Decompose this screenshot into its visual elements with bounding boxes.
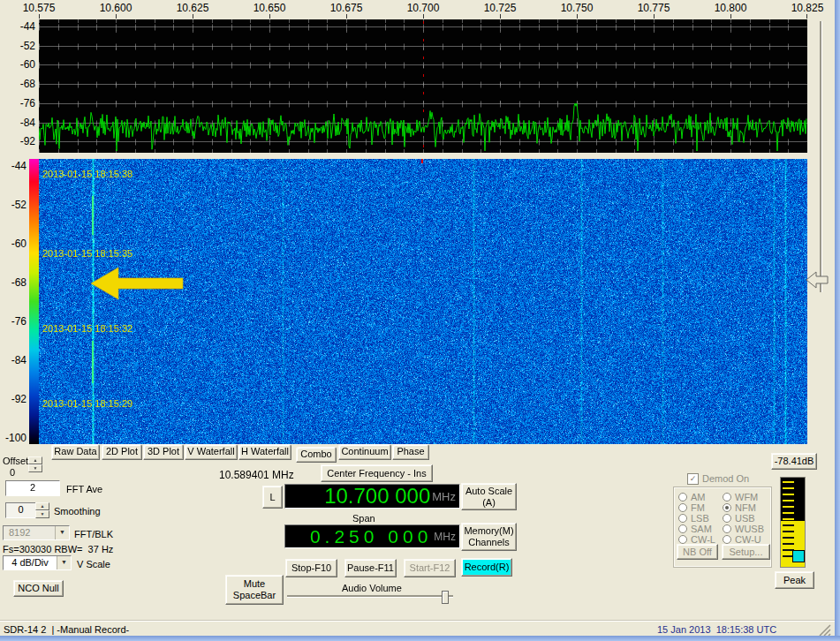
mode-radio-nfm[interactable]: NFM [723, 502, 756, 512]
radio-icon [723, 514, 731, 523]
setup-button[interactable]: Setup... [722, 544, 770, 560]
spin-up-icon[interactable]: ▲ [35, 502, 49, 510]
spectrum-db-label: -52 [2, 40, 35, 52]
mute-button[interactable]: Mute SpaceBar [225, 575, 284, 605]
offset-label: Offset [3, 456, 28, 466]
spectrum-db-label: -44 [2, 20, 35, 33]
span-unit: MHz [434, 531, 456, 543]
mode-radio-cwl[interactable]: CW-L [678, 534, 715, 544]
spin-down-icon[interactable]: ▼ [28, 464, 42, 472]
radio-icon [678, 514, 687, 523]
freq-tick-label: 10.800 [704, 2, 757, 14]
freq-tick-label: 10.825 [781, 2, 834, 14]
spectrum-db-label: -68 [2, 78, 35, 90]
spectravue-window: 10.575 10.600 10.625 10.650 10.675 10.70… [0, 0, 840, 641]
tab-2d-plot[interactable]: 2D Plot [102, 444, 142, 460]
spectrum-plot[interactable] [39, 19, 807, 153]
mode-radio-wusb[interactable]: WUSB [723, 524, 764, 533]
frequency-unit: MHz [432, 490, 456, 503]
tab-raw-data[interactable]: Raw Data [51, 444, 100, 460]
waterfall-db-label: -68 [0, 276, 26, 289]
start-button[interactable]: Start-F12 [404, 559, 456, 577]
radio-icon [723, 493, 731, 501]
window-border-bottom [0, 636, 840, 641]
center-frequency-button[interactable]: Center Frequency - Ins [321, 464, 433, 482]
tab-phase[interactable]: Phase [392, 444, 429, 460]
nco-null-button[interactable]: NCO Null [13, 580, 64, 597]
mode-radio-am[interactable]: AM [678, 492, 706, 501]
chevron-down-icon[interactable]: ▼ [55, 526, 69, 539]
fft-ave-input[interactable]: 2 [5, 480, 60, 496]
chevron-down-icon[interactable]: ▼ [57, 556, 71, 569]
tab-v-waterfall[interactable]: V Waterfall [185, 444, 238, 460]
waterfall-contrast-slider-track[interactable] [820, 21, 822, 292]
signal-level-readout: -78.41dB [771, 453, 817, 470]
tab-3d-plot[interactable]: 3D Plot [143, 444, 184, 460]
memory-channels-button[interactable]: Memory(M) Channels [461, 523, 517, 551]
tab-combo-active[interactable]: Combo [296, 447, 337, 463]
waterfall-timestamp: 2013-01-15 18:15:32 [42, 323, 132, 334]
demod-on-checkbox[interactable]: ✓ [687, 473, 699, 485]
status-bar: SDR-14 2 | -Manual Record- 15 Jan 2013 1… [0, 620, 840, 637]
spin-up-icon[interactable]: ▲ [28, 456, 42, 464]
spin-down-icon[interactable]: ▼ [35, 510, 49, 518]
radio-icon [723, 524, 731, 533]
waterfall-timestamp: 2013-01-15 18:15:29 [42, 398, 132, 409]
span-display[interactable]: 0.250 000 MHz [284, 524, 460, 548]
waterfall-db-label: -92 [0, 393, 26, 405]
mode-radio-usb[interactable]: USB [723, 513, 755, 523]
radio-icon [678, 493, 687, 501]
demod-on-label: Demod On [702, 473, 749, 484]
mode-radio-cwu[interactable]: CW-U [723, 534, 761, 544]
radio-icon [678, 535, 687, 544]
tab-h-waterfall[interactable]: H Waterfall [238, 444, 291, 460]
peak-button[interactable]: Peak [775, 571, 814, 589]
audio-volume-label: Audio Volume [342, 583, 402, 593]
status-device-text: SDR-14 2 | -Manual Record- [4, 624, 129, 635]
freq-tick-label: 10.575 [12, 2, 65, 14]
slider-arrow-handle[interactable] [804, 269, 830, 290]
annotation-arrow-icon [84, 263, 186, 304]
pause-button[interactable]: Pause-F11 [344, 559, 397, 577]
lock-button[interactable]: L [262, 486, 283, 509]
window-border-right [835, 0, 840, 641]
meter-ticks [783, 481, 794, 521]
waterfall-timestamp: 2013-01-15 18:15:38 [42, 169, 132, 179]
audio-volume-slider-track[interactable] [287, 595, 453, 598]
mode-label: FM [691, 502, 705, 513]
radio-icon [723, 535, 731, 544]
mode-radio-wfm[interactable]: WFM [723, 492, 758, 501]
tab-continuum[interactable]: Continuum [338, 444, 391, 460]
offset-stepper[interactable]: ▲ ▼ [28, 456, 42, 472]
freq-tick-label: 10.725 [473, 2, 526, 14]
frequency-digits: 10.700 000 [324, 484, 430, 509]
offset-value: 0 [4, 467, 21, 478]
freq-tick-label: 10.700 [397, 2, 450, 14]
waterfall-db-label: -100 [0, 432, 26, 444]
mode-radio-sam[interactable]: SAM [678, 524, 712, 533]
waterfall-db-label: -52 [0, 199, 26, 211]
signal-level-meter [780, 477, 806, 568]
mode-label: LSB [691, 513, 709, 524]
meter-threshold-handle[interactable] [792, 550, 805, 562]
resize-grip-icon[interactable] [818, 623, 832, 636]
v-scale-select[interactable]: 4 dB/Div ▼ [3, 555, 72, 570]
audio-volume-slider-handle[interactable] [442, 591, 449, 604]
smoothing-input[interactable]: 0 [5, 502, 36, 518]
center-frequency-display[interactable]: 10.700 000 MHz [284, 484, 460, 509]
freq-tick-label: 10.625 [166, 2, 219, 14]
status-utc-clock: 15 Jan 2013 18:15:38 UTC [657, 624, 776, 635]
spectrum-db-label: -60 [2, 58, 35, 71]
radio-icon [678, 524, 687, 533]
auto-scale-button[interactable]: Auto Scale (A) [461, 483, 517, 510]
record-button[interactable]: Record(R) [461, 558, 512, 577]
waterfall-db-label: -44 [0, 160, 26, 172]
mode-radio-lsb[interactable]: LSB [678, 513, 709, 523]
smoothing-stepper[interactable]: ▲ ▼ [35, 502, 49, 518]
spectrum-db-label: -76 [2, 97, 35, 109]
sample-rate-info: Fs=303030 RBW= 37 Hz [3, 544, 113, 554]
stop-button[interactable]: Stop-F10 [285, 559, 337, 577]
mode-radio-fm[interactable]: FM [678, 502, 705, 512]
fft-blk-select[interactable]: 8192 ▼ [3, 525, 70, 540]
nb-off-button[interactable]: NB Off [677, 544, 718, 560]
